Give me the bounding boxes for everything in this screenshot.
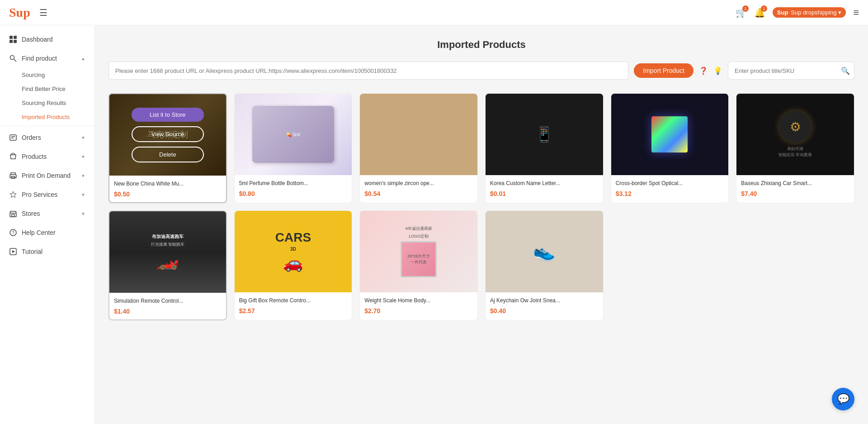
product-grid-row1: 马克杯定制 List it to Store View Source Delet… bbox=[108, 93, 854, 203]
svg-line-5 bbox=[14, 59, 16, 62]
list-to-store-button[interactable]: List it to Store bbox=[132, 108, 204, 122]
product-name-2: 5ml Perfume Bottle Bottom... bbox=[239, 180, 348, 187]
svg-rect-10 bbox=[11, 176, 15, 178]
chat-button[interactable]: 💬 bbox=[832, 388, 854, 410]
product-grid-row2: 布加迪高速跑车 打光接應 智能跑车 🏎️ Simulation Remote C… bbox=[108, 210, 854, 320]
stores-icon bbox=[9, 210, 17, 218]
pro-services-chevron: ▼ bbox=[81, 192, 85, 197]
sidebar-item-pro-services[interactable]: Pro Services ▼ bbox=[0, 185, 94, 204]
product-price-1: $0.50 bbox=[114, 191, 222, 198]
bulb-icon[interactable]: 💡 bbox=[713, 67, 722, 75]
print-on-demand-chevron: ▼ bbox=[81, 173, 85, 178]
topbar: Sup ☰ 🛒 1 🔔 1 Sup Sup dropshipping ▾ ≡ bbox=[0, 0, 868, 25]
url-input[interactable] bbox=[108, 62, 628, 80]
sidebar-label-imported-products: Imported Products bbox=[22, 114, 70, 120]
product-name-1: New Bone China White Mu... bbox=[114, 180, 222, 188]
product-info-5: Cross-border Spot Optical... $3.12 bbox=[611, 175, 729, 202]
product-card-3[interactable]: women's simple zircon ope... $0.54 bbox=[359, 93, 478, 203]
sidebar-item-help-center[interactable]: ? Help Center bbox=[0, 223, 94, 242]
orders-icon bbox=[9, 133, 17, 142]
sidebar-item-orders[interactable]: Orders ▼ bbox=[0, 128, 94, 147]
product-price-8: $2.57 bbox=[239, 307, 348, 314]
product-card-5[interactable]: Cross-border Spot Optical... $3.12 bbox=[611, 93, 729, 203]
product-info-8: Big Gift Box Remote Contro... $2.57 bbox=[235, 292, 352, 319]
sidebar-label-orders: Orders bbox=[22, 134, 76, 141]
product-info-7: Simulation Remote Control... $1.40 bbox=[109, 293, 226, 319]
product-info-10: Aj Keychain Ow Joint Snea... $0.40 bbox=[486, 292, 603, 319]
product-info-9: Weight Scale Home Body... $2.70 bbox=[360, 292, 477, 319]
sidebar-label-find-better-price: Find Better Price bbox=[22, 86, 66, 92]
product-card-2[interactable]: 💊 5ml 5ml Perfume Bottle Bottom... $0.80 bbox=[234, 93, 353, 203]
product-price-10: $0.40 bbox=[490, 307, 599, 314]
sidebar-label-tutorial: Tutorial bbox=[22, 248, 85, 255]
product-name-5: Cross-border Spot Optical... bbox=[616, 180, 724, 187]
product-image-6: ⚙ 孕妇可用智能应应 车动熏香 bbox=[736, 94, 854, 175]
topbar-right: 🛒 1 🔔 1 Sup Sup dropshipping ▾ ≡ bbox=[736, 7, 859, 19]
product-card-7[interactable]: 布加迪高速跑车 打光接應 智能跑车 🏎️ Simulation Remote C… bbox=[108, 210, 227, 320]
product-card-9[interactable]: 9年诚信通商家 LOGO定制 26*26大尺寸一件代发 Weight Scale… bbox=[359, 210, 478, 320]
help-tooltip-icon[interactable]: ❓ bbox=[699, 67, 708, 75]
help-center-icon: ? bbox=[9, 229, 17, 237]
sidebar-toggle-icon[interactable]: ☰ bbox=[39, 7, 47, 18]
sidebar-item-sourcing-results[interactable]: Sourcing Results bbox=[0, 96, 94, 110]
sidebar-item-sourcing[interactable]: Sourcing bbox=[0, 68, 94, 82]
product-image-7: 布加迪高速跑车 打光接應 智能跑车 🏎️ bbox=[109, 211, 226, 293]
svg-rect-6 bbox=[10, 135, 16, 140]
product-card-4[interactable]: 📱 Korea Custom Name Letter... $0.01 bbox=[485, 93, 604, 203]
product-card-6[interactable]: ⚙ 孕妇可用智能应应 车动熏香 Baseus Zhixiang Car Smar… bbox=[736, 93, 854, 203]
svg-text:?: ? bbox=[12, 230, 14, 235]
sku-input[interactable] bbox=[728, 62, 854, 80]
main-layout: Dashboard Find product ▲ Sourcing Find B… bbox=[0, 25, 868, 424]
product-price-4: $0.01 bbox=[490, 190, 599, 197]
sidebar-item-dashboard[interactable]: Dashboard bbox=[0, 30, 94, 49]
sidebar-item-tutorial[interactable]: Tutorial bbox=[0, 242, 94, 261]
pro-services-icon bbox=[9, 191, 17, 199]
product-price-5: $3.12 bbox=[616, 190, 724, 197]
sidebar-label-dashboard: Dashboard bbox=[22, 36, 85, 43]
user-menu[interactable]: Sup Sup dropshipping ▾ bbox=[773, 7, 846, 18]
find-product-chevron: ▲ bbox=[81, 56, 85, 61]
user-avatar: Sup bbox=[777, 9, 788, 16]
card-overlay-1: List it to Store View Source Delete bbox=[109, 94, 226, 176]
product-price-9: $2.70 bbox=[364, 307, 473, 314]
product-info-3: women's simple zircon ope... $0.54 bbox=[360, 175, 477, 202]
product-image-5 bbox=[611, 94, 729, 175]
sidebar-label-print-on-demand: Print On Demand bbox=[22, 172, 76, 179]
orders-chevron: ▼ bbox=[81, 135, 85, 140]
product-card-1[interactable]: 马克杯定制 List it to Store View Source Delet… bbox=[108, 93, 227, 203]
sidebar-label-help-center: Help Center bbox=[22, 229, 85, 236]
main-menu-icon[interactable]: ≡ bbox=[853, 7, 859, 19]
search-bar: Import Product ❓ 💡 🔍 bbox=[108, 62, 854, 80]
product-image-1: 马克杯定制 List it to Store View Source Delet… bbox=[109, 94, 226, 176]
product-info-6: Baseus Zhixiang Car Smart... $7.40 bbox=[736, 175, 854, 202]
svg-rect-3 bbox=[14, 40, 17, 43]
topbar-left: Sup ☰ bbox=[9, 5, 47, 20]
sidebar-item-find-better-price[interactable]: Find Better Price bbox=[0, 82, 94, 96]
cart-icon[interactable]: 🛒 1 bbox=[736, 7, 747, 18]
main-content: Imported Products Import Product ❓ 💡 🔍 马… bbox=[95, 25, 868, 424]
product-card-8[interactable]: CARS 3D 🚗 Big Gift Box Remote Contro... … bbox=[234, 210, 353, 320]
notification-icon[interactable]: 🔔 1 bbox=[754, 7, 765, 18]
product-image-2: 💊 5ml bbox=[235, 94, 352, 175]
product-price-2: $0.80 bbox=[239, 190, 348, 197]
svg-rect-0 bbox=[9, 36, 13, 39]
product-name-7: Simulation Remote Control... bbox=[114, 297, 222, 305]
svg-rect-12 bbox=[10, 213, 16, 217]
print-on-demand-icon bbox=[9, 172, 17, 180]
sku-search-icon: 🔍 bbox=[841, 67, 850, 75]
sidebar-item-stores[interactable]: Stores ▼ bbox=[0, 204, 94, 223]
sidebar-label-sourcing: Sourcing bbox=[22, 71, 45, 78]
sidebar-item-print-on-demand[interactable]: Print On Demand ▼ bbox=[0, 166, 94, 185]
sidebar-item-imported-products[interactable]: Imported Products bbox=[0, 110, 94, 124]
product-image-8: CARS 3D 🚗 bbox=[235, 211, 352, 292]
sidebar-label-find-product: Find product bbox=[22, 55, 76, 62]
view-source-button[interactable]: View Source bbox=[132, 126, 204, 142]
sidebar-item-products[interactable]: Products ▼ bbox=[0, 147, 94, 166]
product-image-4: 📱 bbox=[486, 94, 603, 175]
product-card-10[interactable]: 👟 Aj Keychain Ow Joint Snea... $0.40 bbox=[485, 210, 604, 320]
product-name-3: women's simple zircon ope... bbox=[364, 180, 473, 187]
import-button[interactable]: Import Product bbox=[634, 63, 693, 78]
sidebar-item-find-product[interactable]: Find product ▲ bbox=[0, 49, 94, 68]
delete-button[interactable]: Delete bbox=[132, 147, 204, 162]
product-image-10: 👟 bbox=[486, 211, 603, 292]
